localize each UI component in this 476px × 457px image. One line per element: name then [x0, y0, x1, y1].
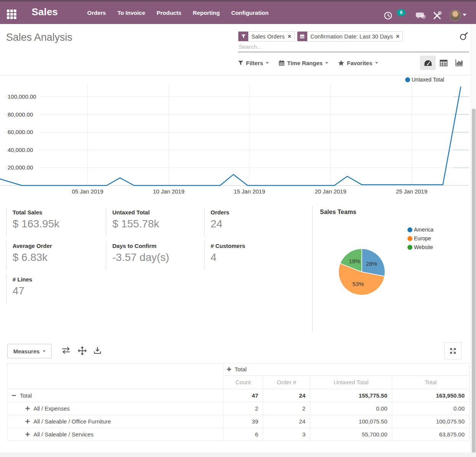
- nav-menu-reporting[interactable]: Reporting: [193, 10, 220, 16]
- expand-plus-icon[interactable]: [25, 419, 30, 424]
- filters-dropdown[interactable]: Filters: [238, 60, 269, 66]
- pivot-row-header[interactable]: Total: [8, 389, 224, 402]
- pivot-cell[interactable]: 6: [224, 428, 263, 441]
- view-button-dashboard[interactable]: [420, 56, 436, 70]
- messages-icon[interactable]: [416, 11, 426, 21]
- svg-text:40,000.00: 40,000.00: [8, 147, 33, 153]
- expand-plus-icon[interactable]: [25, 432, 30, 437]
- section-divider: [312, 206, 313, 331]
- pivot-row-header[interactable]: All / Saleable / Office Furniture: [8, 415, 224, 428]
- pivot-row-header[interactable]: All / Saleable / Services: [8, 428, 224, 441]
- kpi-card--lines[interactable]: # Lines47: [6, 275, 100, 304]
- activities-clock-icon[interactable]: [383, 11, 393, 20]
- kpi-value: 24: [211, 218, 298, 230]
- scrollbar-thumb[interactable]: [472, 109, 476, 457]
- time-ranges-dropdown[interactable]: Time Ranges: [279, 60, 328, 66]
- expand-window-button[interactable]: [444, 342, 462, 360]
- legend-label: Website: [414, 244, 433, 250]
- pivot-cell[interactable]: 0.00: [310, 402, 392, 415]
- facet-chip[interactable]: Confirmation Date: Last 30 Days×: [297, 31, 403, 42]
- pie-legend-item-america[interactable]: America: [407, 227, 433, 233]
- kpi-label: Average Order: [13, 243, 100, 249]
- activity-count-badge[interactable]: 8: [397, 9, 406, 16]
- pie-slice-label: 19%: [349, 258, 360, 264]
- bottom-strip: [0, 452, 476, 457]
- facet-label: Sales Orders: [248, 32, 287, 41]
- kpi-label: # Customers: [211, 243, 298, 249]
- apps-menu-icon[interactable]: [7, 10, 16, 19]
- pie-legend-item-europe[interactable]: Europe: [407, 235, 433, 241]
- pivot-row-label: Total: [20, 392, 32, 399]
- bar-chart-icon: [455, 59, 463, 66]
- pivot-cell[interactable]: 3: [263, 428, 310, 441]
- facet-remove-icon[interactable]: ×: [395, 32, 403, 41]
- pivot-column-header[interactable]: Untaxed Total: [310, 376, 392, 389]
- pivot-row: All / Saleable / Office Furniture3924100…: [8, 415, 470, 428]
- kpi-card-days-to-confirm[interactable]: Days to Confirm-3.57 day(s): [106, 241, 200, 270]
- pivot-table: Total CountOrder #Untaxed TotalTotal Tot…: [7, 363, 470, 441]
- pivot-cell[interactable]: 55,700.00: [310, 428, 392, 441]
- search-magnifier-icon[interactable]: [459, 32, 468, 41]
- tools-icon[interactable]: [433, 11, 442, 20]
- chevron-down-icon: [325, 62, 328, 64]
- kpi-value: $ 155.78k: [112, 218, 200, 230]
- nav-menu-orders[interactable]: Orders: [87, 10, 106, 16]
- pivot-column-group[interactable]: Total: [224, 363, 470, 376]
- view-button-graph[interactable]: [451, 56, 467, 70]
- facet-chip[interactable]: Sales Orders×: [238, 31, 295, 42]
- collapse-minus-icon[interactable]: [11, 393, 16, 398]
- kpi-card-orders[interactable]: Orders24: [204, 208, 298, 236]
- measures-button[interactable]: Measures: [7, 344, 52, 358]
- pivot-cell[interactable]: 155,775.50: [310, 389, 392, 402]
- pivot-cell[interactable]: 63,875.00: [392, 428, 470, 441]
- kpi-card--customers[interactable]: # Customers4: [204, 241, 298, 270]
- search-input[interactable]: [239, 42, 452, 51]
- pivot-cell[interactable]: 2: [263, 402, 310, 415]
- svg-text:15 Jan 2019: 15 Jan 2019: [234, 188, 265, 195]
- expand-plus-icon[interactable]: [25, 406, 30, 411]
- pie-legend-item-website[interactable]: Website: [407, 244, 433, 250]
- nav-menu-products[interactable]: Products: [157, 10, 181, 16]
- user-avatar[interactable]: [450, 10, 461, 21]
- nav-menu-to-invoice[interactable]: To Invoice: [117, 10, 145, 16]
- kpi-label: Orders: [211, 209, 298, 216]
- chevron-down-icon: [43, 350, 46, 352]
- filter-icon: [238, 61, 243, 66]
- kpi-card-untaxed-total[interactable]: Untaxed Total$ 155.78k: [106, 208, 200, 236]
- pivot-cell[interactable]: 39: [224, 415, 263, 428]
- app-name[interactable]: Sales: [32, 6, 58, 18]
- pivot-column-header[interactable]: Count: [224, 376, 263, 389]
- facet-remove-icon[interactable]: ×: [287, 32, 294, 41]
- kpi-label: # Lines: [13, 276, 100, 283]
- plus-icon: [227, 367, 232, 372]
- pivot-row: Total4724155,775.50163,950.50: [8, 389, 470, 402]
- legend-label: Europe: [414, 235, 431, 241]
- pivot-cell[interactable]: 100,075.50: [392, 415, 470, 428]
- pivot-cell[interactable]: 100,075.50: [310, 415, 392, 428]
- expand-all-icon[interactable]: [78, 347, 86, 355]
- scrollbar-track[interactable]: [471, 24, 476, 457]
- favorites-dropdown[interactable]: Favorites: [338, 60, 378, 66]
- user-menu-caret-icon[interactable]: [463, 14, 466, 16]
- pivot-cell[interactable]: 24: [263, 389, 310, 402]
- legend-dot-icon: [407, 245, 412, 250]
- pivot-cell[interactable]: 0.00: [392, 402, 470, 415]
- line-chart-svg: 05 Jan 201910 Jan 201915 Jan 201920 Jan …: [0, 76, 469, 196]
- pivot-cell[interactable]: 24: [263, 415, 310, 428]
- pivot-table-icon: [440, 60, 447, 66]
- filter-bar: Filters Time Ranges Favorites: [238, 58, 378, 68]
- view-button-pivot[interactable]: [436, 56, 451, 70]
- pivot-cell[interactable]: 163,950.50: [392, 389, 470, 402]
- kpi-value: 4: [211, 251, 298, 264]
- pivot-column-header[interactable]: Total: [392, 376, 470, 389]
- pivot-row-label: All / Saleable / Office Furniture: [34, 418, 111, 425]
- pivot-row-header[interactable]: All / Expenses: [8, 402, 224, 415]
- nav-menu-configuration[interactable]: Configuration: [231, 10, 268, 16]
- kpi-card-total-sales[interactable]: Total Sales$ 163.95k: [6, 208, 100, 236]
- pivot-column-header[interactable]: Order #: [263, 376, 310, 389]
- pivot-cell[interactable]: 2: [224, 402, 263, 415]
- kpi-card-average-order[interactable]: Average Order$ 6.83k: [6, 241, 100, 270]
- download-icon[interactable]: [94, 347, 101, 354]
- pivot-cell[interactable]: 47: [224, 389, 263, 402]
- flip-axis-icon[interactable]: [62, 347, 70, 354]
